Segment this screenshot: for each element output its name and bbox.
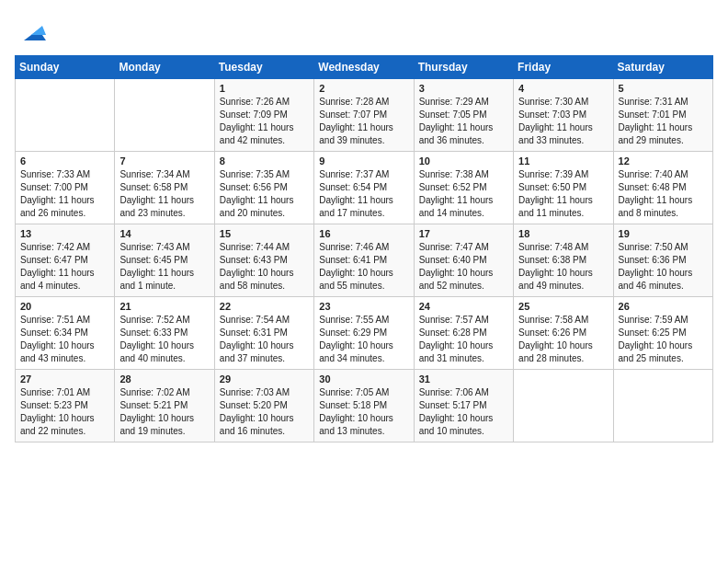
calendar-cell: 2Sunrise: 7:28 AM Sunset: 7:07 PM Daylig…	[314, 79, 414, 152]
weekday-header-thursday: Thursday	[414, 56, 513, 79]
day-number: 17	[419, 228, 508, 239]
week-row-5: 27Sunrise: 7:01 AM Sunset: 5:23 PM Dayli…	[16, 370, 713, 442]
day-details: Sunrise: 7:55 AM Sunset: 6:29 PM Dayligh…	[319, 314, 408, 365]
day-details: Sunrise: 7:05 AM Sunset: 5:18 PM Dayligh…	[319, 386, 408, 438]
day-number: 18	[518, 228, 608, 239]
calendar-cell: 6Sunrise: 7:33 AM Sunset: 7:00 PM Daylig…	[16, 152, 115, 224]
weekday-header-wednesday: Wednesday	[314, 56, 414, 79]
calendar-cell: 10Sunrise: 7:38 AM Sunset: 6:52 PM Dayli…	[414, 152, 513, 224]
calendar-cell: 13Sunrise: 7:42 AM Sunset: 6:47 PM Dayli…	[16, 224, 115, 297]
day-details: Sunrise: 7:47 AM Sunset: 6:40 PM Dayligh…	[419, 241, 508, 293]
calendar-table: SundayMondayTuesdayWednesdayThursdayFrid…	[15, 55, 713, 442]
day-details: Sunrise: 7:59 AM Sunset: 6:25 PM Dayligh…	[619, 314, 708, 365]
day-details: Sunrise: 7:30 AM Sunset: 7:03 PM Dayligh…	[518, 96, 608, 147]
day-details: Sunrise: 7:51 AM Sunset: 6:34 PM Dayligh…	[20, 314, 109, 365]
day-number: 1	[220, 83, 309, 94]
logo-icon	[17, 15, 46, 44]
day-number: 28	[119, 373, 209, 385]
day-number: 21	[119, 301, 209, 312]
week-row-4: 20Sunrise: 7:51 AM Sunset: 6:34 PM Dayli…	[16, 297, 713, 370]
calendar-cell: 3Sunrise: 7:29 AM Sunset: 7:05 PM Daylig…	[414, 79, 513, 152]
day-details: Sunrise: 7:57 AM Sunset: 6:28 PM Dayligh…	[419, 314, 508, 365]
calendar-cell: 18Sunrise: 7:48 AM Sunset: 6:38 PM Dayli…	[514, 224, 613, 297]
calendar-cell: 30Sunrise: 7:05 AM Sunset: 5:18 PM Dayli…	[314, 370, 414, 442]
calendar-cell	[613, 370, 712, 442]
logo	[15, 15, 46, 44]
calendar-cell: 25Sunrise: 7:58 AM Sunset: 6:26 PM Dayli…	[514, 297, 613, 370]
day-details: Sunrise: 7:52 AM Sunset: 6:33 PM Dayligh…	[119, 314, 209, 365]
day-details: Sunrise: 7:03 AM Sunset: 5:20 PM Dayligh…	[220, 386, 309, 438]
day-details: Sunrise: 7:39 AM Sunset: 6:50 PM Dayligh…	[518, 168, 608, 220]
day-details: Sunrise: 7:54 AM Sunset: 6:31 PM Dayligh…	[220, 314, 309, 365]
day-number: 25	[518, 301, 608, 312]
calendar-cell: 15Sunrise: 7:44 AM Sunset: 6:43 PM Dayli…	[214, 224, 313, 297]
calendar-cell: 27Sunrise: 7:01 AM Sunset: 5:23 PM Dayli…	[16, 370, 115, 442]
weekday-header-row: SundayMondayTuesdayWednesdayThursdayFrid…	[16, 56, 713, 79]
calendar-cell: 20Sunrise: 7:51 AM Sunset: 6:34 PM Dayli…	[16, 297, 115, 370]
calendar-cell: 11Sunrise: 7:39 AM Sunset: 6:50 PM Dayli…	[514, 152, 613, 224]
day-details: Sunrise: 7:26 AM Sunset: 7:09 PM Dayligh…	[220, 96, 309, 147]
day-details: Sunrise: 7:38 AM Sunset: 6:52 PM Dayligh…	[419, 168, 508, 220]
day-details: Sunrise: 7:48 AM Sunset: 6:38 PM Dayligh…	[518, 241, 608, 293]
day-details: Sunrise: 7:06 AM Sunset: 5:17 PM Dayligh…	[419, 386, 508, 438]
calendar-cell: 9Sunrise: 7:37 AM Sunset: 6:54 PM Daylig…	[314, 152, 414, 224]
calendar-cell: 12Sunrise: 7:40 AM Sunset: 6:48 PM Dayli…	[613, 152, 712, 224]
weekday-header-sunday: Sunday	[16, 56, 115, 79]
week-row-1: 1Sunrise: 7:26 AM Sunset: 7:09 PM Daylig…	[16, 79, 713, 152]
day-details: Sunrise: 7:01 AM Sunset: 5:23 PM Dayligh…	[20, 386, 109, 438]
day-number: 4	[518, 83, 608, 94]
week-row-2: 6Sunrise: 7:33 AM Sunset: 7:00 PM Daylig…	[16, 152, 713, 224]
day-number: 15	[220, 228, 309, 239]
day-details: Sunrise: 7:44 AM Sunset: 6:43 PM Dayligh…	[220, 241, 309, 293]
day-number: 2	[319, 83, 408, 94]
calendar-cell: 24Sunrise: 7:57 AM Sunset: 6:28 PM Dayli…	[414, 297, 513, 370]
day-details: Sunrise: 7:02 AM Sunset: 5:21 PM Dayligh…	[119, 386, 209, 438]
calendar-cell: 7Sunrise: 7:34 AM Sunset: 6:58 PM Daylig…	[115, 152, 214, 224]
calendar-cell: 23Sunrise: 7:55 AM Sunset: 6:29 PM Dayli…	[314, 297, 414, 370]
calendar-cell: 29Sunrise: 7:03 AM Sunset: 5:20 PM Dayli…	[214, 370, 313, 442]
day-details: Sunrise: 7:29 AM Sunset: 7:05 PM Dayligh…	[419, 96, 508, 147]
calendar-cell: 21Sunrise: 7:52 AM Sunset: 6:33 PM Dayli…	[115, 297, 214, 370]
calendar-cell: 16Sunrise: 7:46 AM Sunset: 6:41 PM Dayli…	[314, 224, 414, 297]
day-details: Sunrise: 7:43 AM Sunset: 6:45 PM Dayligh…	[119, 241, 209, 293]
calendar-cell: 4Sunrise: 7:30 AM Sunset: 7:03 PM Daylig…	[514, 79, 613, 152]
calendar-cell	[115, 79, 214, 152]
day-details: Sunrise: 7:33 AM Sunset: 7:00 PM Dayligh…	[20, 168, 109, 220]
day-number: 9	[319, 155, 408, 167]
day-number: 29	[220, 373, 309, 385]
calendar-cell	[16, 79, 115, 152]
weekday-header-monday: Monday	[115, 56, 214, 79]
calendar-cell: 22Sunrise: 7:54 AM Sunset: 6:31 PM Dayli…	[214, 297, 313, 370]
day-number: 7	[119, 155, 209, 167]
day-number: 31	[419, 373, 508, 385]
calendar-cell: 17Sunrise: 7:47 AM Sunset: 6:40 PM Dayli…	[414, 224, 513, 297]
weekday-header-saturday: Saturday	[613, 56, 712, 79]
weekday-header-friday: Friday	[514, 56, 613, 79]
day-number: 3	[419, 83, 508, 94]
day-number: 20	[20, 301, 109, 312]
day-details: Sunrise: 7:28 AM Sunset: 7:07 PM Dayligh…	[319, 96, 408, 147]
day-number: 11	[518, 155, 608, 167]
day-number: 10	[419, 155, 508, 167]
day-number: 19	[619, 228, 708, 239]
day-number: 24	[419, 301, 508, 312]
day-number: 6	[20, 155, 109, 167]
page-header	[15, 15, 713, 44]
day-details: Sunrise: 7:42 AM Sunset: 6:47 PM Dayligh…	[20, 241, 109, 293]
day-number: 27	[20, 373, 109, 385]
calendar-cell: 26Sunrise: 7:59 AM Sunset: 6:25 PM Dayli…	[613, 297, 712, 370]
day-details: Sunrise: 7:31 AM Sunset: 7:01 PM Dayligh…	[619, 96, 708, 147]
calendar-cell: 19Sunrise: 7:50 AM Sunset: 6:36 PM Dayli…	[613, 224, 712, 297]
day-number: 5	[619, 83, 708, 94]
day-number: 14	[119, 228, 209, 239]
calendar-cell: 8Sunrise: 7:35 AM Sunset: 6:56 PM Daylig…	[214, 152, 313, 224]
svg-marker-1	[31, 26, 46, 35]
day-number: 23	[319, 301, 408, 312]
day-details: Sunrise: 7:58 AM Sunset: 6:26 PM Dayligh…	[518, 314, 608, 365]
day-details: Sunrise: 7:34 AM Sunset: 6:58 PM Dayligh…	[119, 168, 209, 220]
day-number: 8	[220, 155, 309, 167]
day-number: 26	[619, 301, 708, 312]
day-number: 16	[319, 228, 408, 239]
day-details: Sunrise: 7:50 AM Sunset: 6:36 PM Dayligh…	[619, 241, 708, 293]
calendar-cell	[514, 370, 613, 442]
